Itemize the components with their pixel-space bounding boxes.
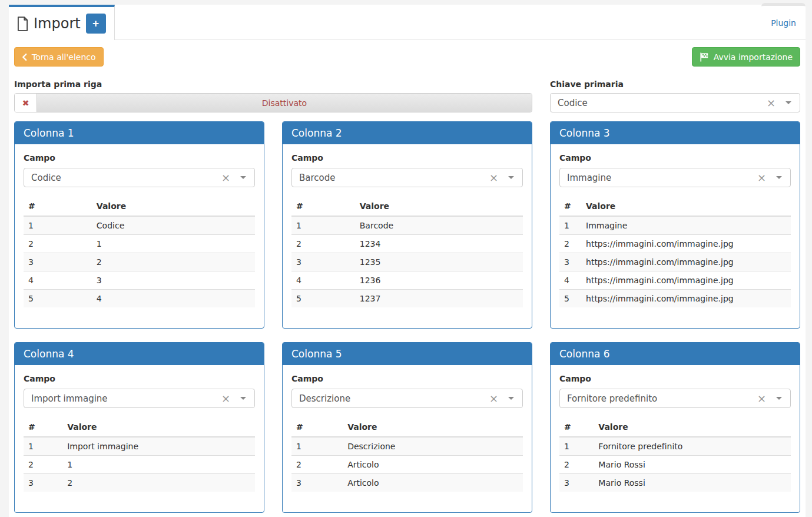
clear-icon[interactable]: × — [221, 173, 230, 183]
plugin-link[interactable]: Plugin — [771, 18, 796, 28]
toggle-track[interactable]: Disattivato — [37, 94, 532, 112]
row-value: 1235 — [355, 253, 523, 271]
row-index: 4 — [291, 271, 355, 290]
clear-icon[interactable]: × — [757, 393, 766, 404]
row-index: 4 — [24, 271, 92, 290]
table-row: 1Fornitore predefinito — [559, 437, 791, 456]
caret-down-icon — [776, 176, 782, 179]
value-header: Valore — [581, 198, 791, 216]
main-container: Import + Plugin Torna all'elenco — [9, 5, 806, 517]
table-row: 2Mario Rossi — [559, 456, 791, 474]
field-select[interactable]: Barcode × — [291, 168, 523, 187]
table-row: 2Articolo — [291, 456, 523, 474]
row-value: 1 — [62, 456, 255, 474]
table-row: 1Codice — [24, 216, 255, 235]
table-row: 2https://immagini.com/immagine.jpg — [559, 235, 791, 253]
index-header: # — [24, 198, 92, 216]
field-select-value: Codice — [31, 173, 221, 183]
primary-key-setting: Chiave primaria Codice × — [550, 79, 800, 112]
row-value: Articolo — [343, 456, 523, 474]
row-index: 5 — [559, 290, 581, 308]
primary-key-select-value: Codice — [558, 98, 767, 108]
add-import-button[interactable]: + — [86, 14, 106, 34]
table-row: 5https://immagini.com/immagine.jpg — [559, 290, 791, 308]
table-row: 4https://immagini.com/immagine.jpg — [559, 271, 791, 290]
table-row: 1Import immagine — [24, 437, 255, 456]
row-value: 3 — [92, 271, 255, 290]
field-select[interactable]: Descrizione × — [291, 389, 523, 408]
row-value: Mario Rossi — [594, 474, 791, 492]
field-label: Campo — [24, 374, 255, 383]
row-value: Codice — [92, 216, 255, 235]
chevron-left-icon — [22, 53, 27, 61]
row-index: 2 — [559, 235, 581, 253]
toggle-status-text: Disattivato — [262, 98, 307, 108]
field-select-value: Descrizione — [299, 393, 489, 404]
start-import-button-label: Avvia importazione — [714, 52, 793, 62]
row-index: 3 — [291, 253, 355, 271]
values-table: # Valore 1Barcode 21234 31235 41236 5123… — [291, 198, 523, 307]
table-row: 1Barcode — [291, 216, 523, 235]
table-row: 51237 — [291, 290, 523, 308]
clear-icon[interactable]: × — [757, 173, 766, 183]
primary-key-select[interactable]: Codice × — [550, 93, 800, 112]
toggle-off-handle[interactable]: ✖ — [15, 94, 37, 112]
table-row: 54 — [24, 290, 255, 308]
value-header: Valore — [594, 419, 791, 437]
panel-title: Colonna 1 — [15, 122, 264, 144]
row-value: 1234 — [355, 235, 523, 253]
row-index: 5 — [24, 290, 92, 308]
field-label: Campo — [291, 153, 523, 163]
clear-icon[interactable]: × — [489, 173, 498, 183]
row-value: https://immagini.com/immagine.jpg — [581, 235, 791, 253]
value-header: Valore — [355, 198, 523, 216]
table-row: 1Descrizione — [291, 437, 523, 456]
start-import-button[interactable]: Avvia importazione — [692, 47, 800, 67]
table-row: 3Articolo — [291, 474, 523, 492]
column-panel-2: Colonna 2 Campo Barcode × # Valore — [282, 121, 532, 329]
table-row: 3https://immagini.com/immagine.jpg — [559, 253, 791, 271]
flag-checkered-icon — [700, 52, 709, 62]
caret-down-icon — [786, 101, 791, 104]
clear-icon[interactable]: × — [221, 393, 230, 404]
row-index: 3 — [24, 474, 62, 492]
row-value: 1237 — [355, 290, 523, 308]
row-value: 4 — [92, 290, 255, 308]
field-select-value: Barcode — [299, 173, 489, 183]
column-panel-3: Colonna 3 Campo Immagine × # Valore — [550, 121, 800, 329]
clear-icon[interactable]: × — [767, 98, 775, 108]
row-index: 1 — [24, 216, 92, 235]
table-row: 41236 — [291, 271, 523, 290]
field-select-value: Import immagine — [31, 393, 221, 404]
values-table: # Valore 1Import immagine 21 32 — [24, 419, 255, 492]
row-index: 3 — [559, 253, 581, 271]
index-header: # — [291, 198, 355, 216]
table-row: 1Immagine — [559, 216, 791, 235]
row-value: Articolo — [343, 474, 523, 492]
row-value: https://immagini.com/immagine.jpg — [581, 271, 791, 290]
row-value: https://immagini.com/immagine.jpg — [581, 253, 791, 271]
field-select[interactable]: Codice × — [24, 168, 255, 187]
row-index: 2 — [291, 235, 355, 253]
back-button[interactable]: Torna all'elenco — [14, 47, 104, 67]
caret-down-icon — [776, 397, 782, 400]
column-panel-5: Colonna 5 Campo Descrizione × # Valore — [282, 342, 532, 513]
field-select-value: Immagine — [567, 173, 757, 183]
field-select[interactable]: Fornitore predefinito × — [559, 389, 791, 408]
values-table: # Valore 1Immagine 2https://immagini.com… — [559, 198, 791, 307]
tab-import[interactable]: Import + — [9, 5, 115, 40]
row-value: https://immagini.com/immagine.jpg — [581, 290, 791, 308]
file-icon — [17, 16, 28, 31]
row-index: 1 — [291, 437, 343, 456]
clear-icon[interactable]: × — [489, 393, 498, 404]
field-select[interactable]: Immagine × — [559, 168, 791, 187]
row-index: 3 — [24, 253, 92, 271]
value-header: Valore — [62, 419, 255, 437]
page: Import + Plugin Torna all'elenco — [0, 0, 812, 517]
caret-down-icon — [508, 397, 514, 400]
first-row-toggle[interactable]: ✖ Disattivato — [14, 93, 532, 112]
row-index: 1 — [291, 216, 355, 235]
field-select[interactable]: Import immagine × — [24, 389, 255, 408]
tab-plugin[interactable]: Plugin — [761, 3, 806, 39]
field-label: Campo — [24, 153, 255, 163]
